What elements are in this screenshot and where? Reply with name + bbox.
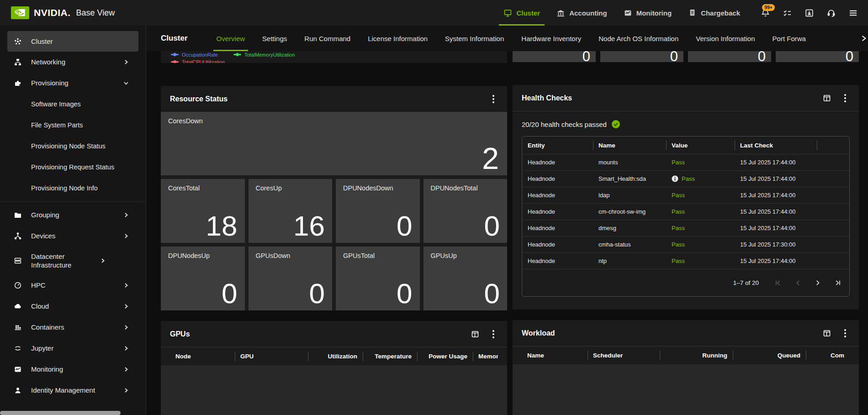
sidebar-item-containers[interactable]: Containers — [0, 317, 146, 338]
status-pass: Pass — [672, 257, 685, 264]
tab-license-information[interactable]: License Information — [361, 26, 434, 51]
sidebar-item-monitoring[interactable]: Monitoring — [0, 359, 146, 380]
tab-version-information[interactable]: Version Information — [689, 26, 762, 51]
kebab-menu-icon[interactable] — [489, 330, 498, 338]
servers-icon — [14, 257, 22, 265]
tab-overview[interactable]: Overview — [210, 26, 252, 51]
notifications-button[interactable]: 99+ — [757, 4, 774, 21]
sidebar-item-provisioning-node-status[interactable]: Provisioning Node Status — [0, 136, 146, 157]
column-layout-icon[interactable] — [822, 329, 831, 338]
nav-item-monitoring[interactable]: Monitoring — [617, 0, 678, 26]
brand-name: NVIDIA. — [34, 7, 71, 18]
table-row[interactable]: Headnode cmha-status Pass 15 Jul 2025 17… — [522, 236, 849, 252]
column-header-utilization[interactable]: Utilization — [308, 347, 363, 365]
column-header-running[interactable]: Running — [660, 347, 733, 364]
column-header-queued[interactable]: Queued — [733, 347, 806, 364]
sidebar-item-cloud[interactable]: Cloud — [0, 296, 146, 317]
table-row[interactable]: Headnode Smart_Health:sda Pass 15 Jul 20… — [522, 170, 849, 187]
gpus-table-body — [161, 365, 507, 415]
nav-item-accounting[interactable]: Accounting — [550, 0, 614, 26]
tab-settings[interactable]: Settings — [255, 26, 294, 51]
column-header-temperature[interactable]: Temperature — [363, 347, 417, 365]
next-page-button[interactable] — [814, 279, 822, 287]
sidebar-item-grouping[interactable]: Grouping — [0, 205, 146, 226]
column-header-value[interactable]: Value — [666, 137, 735, 154]
sidebar-label: Monitoring — [31, 365, 123, 374]
menu-button[interactable] — [844, 4, 862, 21]
previous-page-button[interactable] — [794, 279, 802, 287]
chevron-right-icon — [123, 345, 129, 352]
sidebar-item-software-images[interactable]: Software Images — [0, 94, 146, 115]
nav-item-chargeback[interactable]: Chargeback — [682, 0, 746, 26]
sidebar-item-provisioning[interactable]: Provisioning — [0, 73, 146, 94]
column-header-scheduler[interactable]: Scheduler — [587, 347, 660, 364]
hub-icon — [14, 232, 22, 240]
table-row[interactable]: Headnode dmesg Pass 15 Jul 2025 17:44:00 — [522, 220, 849, 236]
person-icon — [14, 386, 22, 394]
status-pass: Pass — [672, 192, 685, 199]
card-title: Resource Status — [170, 95, 489, 103]
tasks-button[interactable] — [778, 4, 796, 21]
column-layout-icon[interactable] — [822, 94, 831, 103]
main-area: Cluster Overview Settings Run Command Li… — [146, 26, 868, 415]
tile-label: CoresDown — [168, 117, 203, 125]
sidebar-horizontal-scrollbar[interactable] — [0, 411, 121, 415]
column-layout-icon[interactable] — [471, 330, 480, 339]
sidebar-item-cluster[interactable]: Cluster — [7, 31, 138, 52]
column-header-completed[interactable]: Com — [806, 347, 850, 364]
topbar-icon-buttons: 99+ — [757, 4, 862, 21]
table-row[interactable]: Headnode ntp Pass 15 Jul 2025 17:44:00 — [522, 252, 849, 269]
sidebar-item-datacenter-infrastructure[interactable]: Datacenter Infrastructure — [0, 247, 146, 275]
tab-system-information[interactable]: System Information — [438, 26, 511, 51]
column-header-power-usage[interactable]: Power Usage — [417, 347, 473, 365]
nav-label: Accounting — [569, 9, 607, 17]
download-button[interactable] — [800, 4, 818, 21]
table-row[interactable]: Headnode cm-chroot-sw-img Pass 15 Jul 20… — [522, 203, 849, 220]
column-header-last-check[interactable]: Last Check — [735, 137, 817, 154]
kebab-menu-icon[interactable] — [841, 94, 850, 102]
health-summary: 20/20 health checks passed — [513, 111, 859, 134]
cluster-icon — [14, 37, 22, 46]
kebab-menu-icon[interactable] — [489, 95, 498, 103]
column-header-name[interactable]: Name — [522, 347, 587, 364]
sidebar-item-devices[interactable]: Devices — [0, 226, 146, 247]
status-pass: Pass — [682, 175, 695, 182]
column-header-memory[interactable]: Memory — [473, 347, 498, 365]
column-header-entity[interactable]: Entity — [522, 137, 593, 154]
sidebar-item-jupyter[interactable]: Jupyter — [0, 338, 146, 359]
last-page-button[interactable] — [834, 279, 842, 287]
sidebar-label: Provisioning Node Status — [31, 142, 129, 151]
legend-item-occupationrate[interactable]: OccupationRate — [171, 52, 218, 58]
tab-run-command[interactable]: Run Command — [297, 26, 357, 51]
info-icon[interactable] — [672, 175, 678, 182]
column-header-gpu[interactable]: GPU — [235, 347, 308, 365]
chevron-right-icon — [123, 366, 129, 373]
top-navigation: Cluster Accounting Monitoring Chargeback — [497, 0, 862, 26]
headset-button[interactable] — [822, 4, 840, 21]
table-row[interactable]: Headnode ldap Pass 15 Jul 2025 17:44:00 — [522, 187, 849, 203]
legend-item-totalcpuutilization[interactable]: TotalCPUUtilization — [171, 59, 225, 63]
tab-node-arch-os-information[interactable]: Node Arch OS Information — [592, 26, 685, 51]
sidebar-item-networking[interactable]: Networking — [0, 52, 146, 73]
card-title: GPUs — [170, 330, 471, 338]
sidebar-item-provisioning-request-status[interactable]: Provisioning Request Status — [0, 157, 146, 178]
tile-label: GPUsTotal — [343, 252, 375, 259]
tab-hardware-inventory[interactable]: Hardware Inventory — [514, 26, 588, 51]
column-header-name[interactable]: Name — [593, 137, 666, 154]
status-pass: Pass — [672, 208, 685, 215]
sidebar-item-identity-management[interactable]: Identity Management — [0, 380, 146, 401]
pagination-range: 1–7 of 20 — [733, 279, 759, 286]
column-header-node[interactable]: Node — [170, 347, 235, 365]
sidebar-item-hpc[interactable]: HPC — [0, 275, 146, 296]
sidebar-item-provisioning-node-info[interactable]: Provisioning Node Info — [0, 178, 146, 199]
nav-item-cluster[interactable]: Cluster — [497, 0, 546, 26]
legend-marker — [233, 54, 241, 55]
first-page-button[interactable] — [773, 279, 782, 287]
chevron-right-icon — [123, 303, 129, 310]
table-row[interactable]: Headnode mounts Pass 15 Jul 2025 17:44:0… — [522, 154, 849, 170]
legend-item-totalmemoryutilization[interactable]: TotalMemoryUtilization — [233, 52, 295, 58]
kebab-menu-icon[interactable] — [841, 329, 850, 337]
tab-port-forwarding[interactable]: Port Forwa — [766, 26, 813, 51]
tabs-scroll-right-button[interactable] — [860, 26, 868, 51]
sidebar-item-file-system-parts[interactable]: File System Parts — [0, 115, 146, 136]
